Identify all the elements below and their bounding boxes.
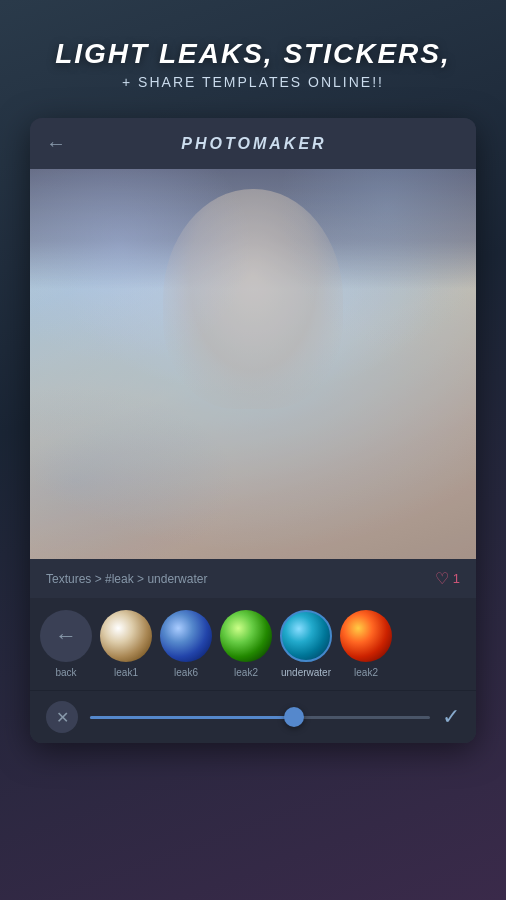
app-topbar: ← PHOTOMAKER [30, 118, 476, 169]
filter-leak2a-label: leak2 [234, 667, 258, 678]
back-arrow-icon[interactable]: ← [46, 132, 66, 155]
breadcrumb-path: Textures > #leak > underwater [46, 572, 207, 586]
phone-card: ← PHOTOMAKER Textures > #leak > underwat… [30, 118, 476, 743]
filter-leak6-circle[interactable] [160, 610, 212, 662]
close-button[interactable]: ✕ [46, 701, 78, 733]
filter-leak2a-item[interactable]: leak2 [220, 610, 272, 678]
filter-underwater-item[interactable]: underwater [280, 610, 332, 678]
header-subtitle: + SHARE TEMPLATES ONLINE!! [20, 74, 486, 90]
filter-leak2b-item[interactable]: leak2 [340, 610, 392, 678]
filter-underwater-circle[interactable] [280, 610, 332, 662]
filter-leak6-label: leak6 [174, 667, 198, 678]
slider-track[interactable] [90, 716, 430, 719]
breadcrumb-bar: Textures > #leak > underwater ♡ 1 [30, 559, 476, 598]
like-badge[interactable]: ♡ 1 [435, 569, 460, 588]
header-title: LIGHT LEAKS, STICKERS, [20, 38, 486, 70]
filter-leak2b-circle[interactable] [340, 610, 392, 662]
filter-leak1-item[interactable]: leak1 [100, 610, 152, 678]
filter-leak1-label: leak1 [114, 667, 138, 678]
slider-thumb[interactable] [284, 707, 304, 727]
filter-leak2b-label: leak2 [354, 667, 378, 678]
heart-icon: ♡ [435, 569, 449, 588]
like-count: 1 [453, 571, 460, 586]
confirm-button[interactable]: ✓ [442, 704, 460, 730]
photo-area [30, 169, 476, 559]
filter-underwater-label: underwater [281, 667, 331, 678]
filter-back-circle[interactable]: ← [40, 610, 92, 662]
app-header: LIGHT LEAKS, STICKERS, + SHARE TEMPLATES… [0, 0, 506, 108]
filter-back-item[interactable]: ← back [40, 610, 92, 678]
portrait-image [30, 169, 476, 559]
filter-back-label: back [55, 667, 76, 678]
filter-leak6-item[interactable]: leak6 [160, 610, 212, 678]
app-title: PHOTOMAKER [78, 135, 430, 153]
light-leak-layer [30, 169, 476, 559]
filter-leak1-circle[interactable] [100, 610, 152, 662]
slider-bar-row: ✕ ✓ [30, 690, 476, 743]
slider-fill [90, 716, 294, 719]
filter-row: ← back leak1 leak6 leak2 underwater leak… [30, 598, 476, 690]
filter-leak2a-circle[interactable] [220, 610, 272, 662]
